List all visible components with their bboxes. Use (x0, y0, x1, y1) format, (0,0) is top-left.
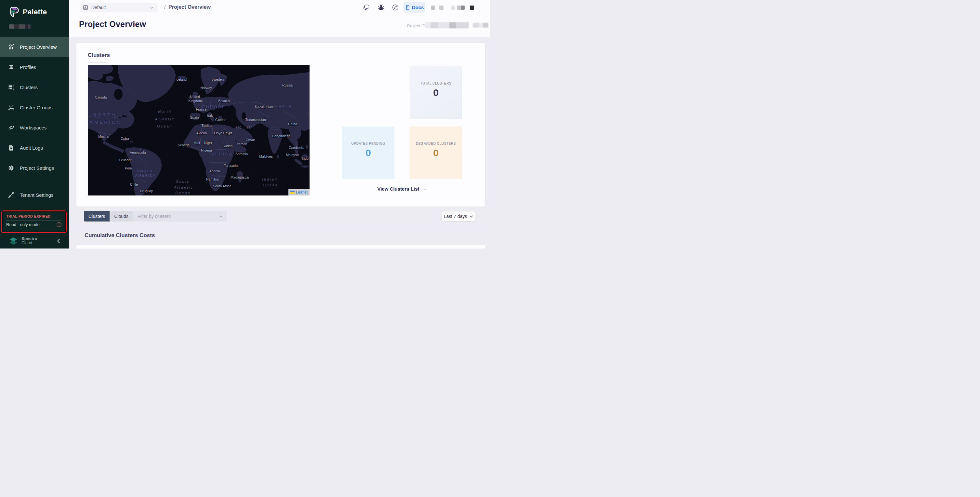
section-underline (84, 243, 103, 243)
filter-placeholder: Filter by clusters (138, 214, 171, 219)
breadcrumb-separator: / (164, 4, 165, 10)
page-title: Project Overview (79, 19, 146, 29)
cluster-stat-card: DEGRADED CLUSTERS 0 (410, 126, 462, 179)
costs-card-top-edge (76, 245, 485, 248)
redacted-project-id-suffix (473, 23, 488, 28)
clusters-section-title: Clusters (88, 52, 110, 59)
sidebar-nav-item[interactable]: Project Overview (0, 37, 69, 57)
readonly-mode-label: Read - only mode (6, 222, 40, 227)
trial-expired-annotation: TRIAL PERIOD EXPIRED Read - only mode (1, 210, 67, 233)
sidebar-item-label: Clusters (20, 84, 38, 90)
sidebar-item-icon (8, 44, 14, 50)
stat-label: DEGRADED CLUSTERS (416, 142, 456, 145)
leaflet-label: Leaflet (296, 190, 308, 194)
world-map-svg (88, 65, 310, 196)
sidebar-nav-item[interactable]: Workspaces (0, 118, 69, 138)
sidebar-nav-item[interactable]: Clusters (0, 77, 69, 97)
page-header: Project Overview Project ID: (69, 15, 490, 37)
stat-value: 0 (433, 147, 439, 158)
palette-app: Palette Project Overview Profiles Cluste… (0, 0, 490, 248)
redacted-tenant-name (9, 24, 30, 29)
sidebar-item-label: Workspaces (20, 125, 46, 131)
sidebar-nav-item[interactable]: Tenant Settings (0, 185, 69, 205)
docs-button[interactable]: Docs (404, 2, 425, 13)
palette-logo-icon (8, 6, 19, 18)
filter-by-clusters-dropdown[interactable]: Filter by clusters (133, 211, 227, 221)
cluster-stats-grid: TOTAL CLUSTERS 0 FAILED CLUSTERS 0 DEGRA… (342, 66, 462, 179)
sidebar-item-icon (8, 191, 14, 198)
stat-value: 0 (366, 147, 371, 158)
brand: Palette (8, 6, 47, 18)
redacted-project-id (425, 22, 469, 28)
sidebar-item-label: Tenant Settings (20, 192, 53, 198)
chevron-down-icon (150, 6, 153, 9)
sidebar-item-icon (8, 84, 14, 91)
time-range-dropdown[interactable]: Last 7 days (442, 211, 476, 221)
cluster-stat-card: UPDATES PENDING 0 (342, 126, 395, 179)
bug-report-icon[interactable] (377, 4, 385, 11)
chevron-down-icon (469, 215, 473, 218)
stat-value: 0 (433, 87, 439, 98)
sidebar-item-label: Project Overview (20, 44, 57, 50)
sidebar-nav: Project Overview Profiles Clusters Clust… (0, 37, 69, 205)
sidebar-item-icon (8, 64, 14, 70)
cluster-stat-card: TOTAL CLUSTERS 0 (410, 66, 462, 119)
filter-bar: ClustersClouds Filter by clusters Last 7… (69, 211, 490, 221)
sidebar-nav-item[interactable]: Cluster Groups (0, 97, 69, 118)
topbar-actions: Docs (353, 0, 490, 15)
sidebar-item-label: Cluster Groups (20, 105, 52, 110)
book-icon (405, 5, 410, 10)
costs-section-title: Cumulative Clusters Costs (84, 232, 155, 239)
project-chart-icon (83, 5, 88, 10)
warning-icon (57, 222, 62, 227)
sidebar-item-label: Profiles (20, 64, 36, 70)
sidebar-nav-item[interactable]: Project Settings (0, 158, 69, 178)
spectro-cloud-logo (9, 237, 18, 245)
section-underline (88, 62, 106, 63)
arrow-right-icon: → (422, 186, 426, 191)
project-id-label: Project ID: (407, 24, 427, 28)
docs-label: Docs (412, 5, 424, 10)
sidebar: Palette Project Overview Profiles Cluste… (0, 0, 69, 248)
compass-icon[interactable] (392, 4, 399, 11)
collapse-sidebar-icon[interactable] (57, 239, 60, 244)
redacted-user-item (461, 6, 465, 10)
sidebar-item-icon (8, 144, 14, 151)
main-area: Default / Project Overview (69, 0, 490, 248)
clusters-world-map[interactable]: IcelandSwedenNorwayRussiaCanadaUnitedKin… (88, 65, 310, 196)
sidebar-nav-item[interactable]: Profiles (0, 57, 69, 77)
sidebar-footer: Spectro Cloud (0, 234, 69, 248)
spectro-brand-bottom: Cloud (21, 241, 37, 245)
scope-tabs: ClustersClouds (84, 211, 133, 221)
redacted-user-item (439, 6, 444, 10)
brand-name: Palette (23, 8, 47, 16)
view-clusters-list-label: View Clusters List (377, 186, 420, 191)
time-range-value: Last 7 days (444, 214, 467, 219)
chat-icon[interactable] (363, 4, 370, 11)
topbar: Default / Project Overview (69, 0, 490, 15)
sidebar-item-icon (8, 164, 14, 171)
trial-expired-box: TRIAL PERIOD EXPIRED Read - only mode (3, 212, 65, 232)
scope-tab[interactable]: Clouds (110, 211, 133, 221)
redacted-user-avatar[interactable] (470, 6, 474, 10)
view-clusters-list-link[interactable]: View Clusters List→ (342, 186, 462, 192)
project-selector-value: Default (91, 5, 106, 10)
stat-label: UPDATES PENDING (352, 142, 385, 145)
scope-tab[interactable]: Clusters (84, 211, 110, 221)
ukraine-flag-icon (290, 191, 294, 194)
section-divider (69, 226, 490, 226)
project-selector-dropdown[interactable]: Default (80, 3, 158, 12)
leaflet-attribution[interactable]: Leaflet (288, 189, 310, 196)
sidebar-nav-item[interactable]: Audit Logs (0, 138, 69, 158)
chevron-down-icon (219, 215, 223, 218)
breadcrumb: Project Overview (169, 4, 211, 10)
redacted-user-item (431, 6, 435, 10)
sidebar-item-label: Audit Logs (20, 145, 43, 151)
sidebar-item-icon (8, 124, 14, 131)
trial-title: TRIAL PERIOD EXPIRED (6, 214, 62, 218)
clusters-overview-card: Clusters (76, 43, 485, 207)
redacted-user-item (457, 6, 461, 10)
sidebar-item-label: Project Settings (20, 165, 54, 171)
sidebar-item-icon (8, 104, 14, 111)
stat-label: TOTAL CLUSTERS (420, 82, 451, 85)
